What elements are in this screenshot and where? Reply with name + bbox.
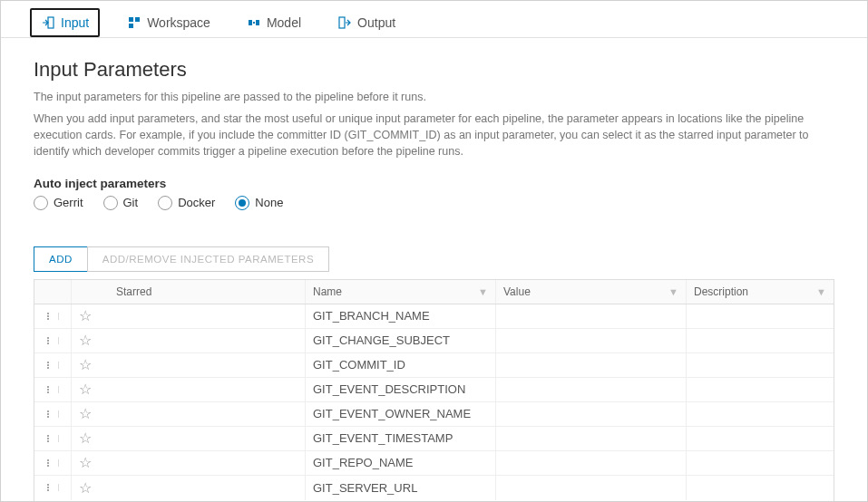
header-starred: Starred <box>116 285 151 298</box>
kebab-icon[interactable] <box>47 410 59 418</box>
svg-rect-5 <box>256 20 259 25</box>
auto-inject-label: Auto inject parameters <box>34 177 834 190</box>
row-menu[interactable] <box>34 304 71 328</box>
star-icon[interactable]: ☆ <box>79 381 92 398</box>
table-header: Starred Name ▼ Value ▼ Description ▼ <box>34 280 834 304</box>
radio-circle-icon <box>158 196 172 210</box>
filter-icon[interactable]: ▼ <box>478 286 488 297</box>
kebab-icon[interactable] <box>47 435 59 442</box>
kebab-icon[interactable] <box>47 459 59 467</box>
filter-icon[interactable]: ▼ <box>668 286 678 297</box>
star-icon[interactable]: ☆ <box>79 332 92 349</box>
row-star[interactable]: ☆ <box>71 476 109 500</box>
row-starred <box>109 378 305 401</box>
row-menu[interactable] <box>34 451 71 475</box>
radio-group: GerritGitDockerNone <box>34 196 834 210</box>
row-description <box>686 476 834 500</box>
star-icon[interactable]: ☆ <box>79 430 92 447</box>
kebab-icon[interactable] <box>47 313 59 320</box>
svg-rect-3 <box>129 24 133 28</box>
table-row[interactable]: ☆ GIT_EVENT_DESCRIPTION <box>34 378 834 402</box>
kebab-icon[interactable] <box>47 386 59 393</box>
row-starred <box>109 329 305 352</box>
add-button[interactable]: ADD <box>34 246 87 272</box>
row-star[interactable]: ☆ <box>71 304 109 328</box>
tab-label: Workspace <box>147 15 210 30</box>
table-row[interactable]: ☆ GIT_EVENT_TIMESTAMP <box>34 427 834 451</box>
row-name: GIT_COMMIT_ID <box>305 353 495 377</box>
col-description[interactable]: Description ▼ <box>686 280 834 304</box>
radio-docker[interactable]: Docker <box>158 196 215 210</box>
row-name: GIT_CHANGE_SUBJECT <box>305 329 495 352</box>
star-icon[interactable]: ☆ <box>79 479 92 497</box>
table-row[interactable]: ☆ GIT_COMMIT_ID <box>34 353 834 378</box>
radio-circle-icon <box>103 196 118 210</box>
header-description: Description <box>694 285 748 298</box>
header-name: Name <box>313 285 342 298</box>
row-starred <box>109 353 305 377</box>
filter-icon[interactable]: ▼ <box>816 286 826 297</box>
row-name: GIT_EVENT_DESCRIPTION <box>305 378 495 401</box>
svg-rect-6 <box>253 22 255 24</box>
star-icon[interactable]: ☆ <box>79 307 92 324</box>
row-star[interactable]: ☆ <box>71 353 109 377</box>
content-area: Input Parameters The input parameters fo… <box>1 38 867 502</box>
tab-bar: Input Workspace Model Output <box>1 1 867 38</box>
input-icon <box>41 15 55 30</box>
row-starred <box>109 427 305 450</box>
row-value <box>495 378 686 401</box>
tab-output[interactable]: Output <box>328 10 405 35</box>
page-description-1: The input parameters for this pipeline a… <box>34 89 834 105</box>
row-menu[interactable] <box>34 476 71 500</box>
col-value[interactable]: Value ▼ <box>495 280 686 304</box>
row-menu[interactable] <box>34 378 71 401</box>
radio-gerrit[interactable]: Gerrit <box>34 196 83 210</box>
row-star[interactable]: ☆ <box>71 427 109 450</box>
row-star[interactable]: ☆ <box>71 329 109 352</box>
page-description-2: When you add input parameters, and star … <box>34 111 834 159</box>
svg-rect-0 <box>48 17 54 28</box>
table-row[interactable]: ☆ GIT_CHANGE_SUBJECT <box>34 329 834 353</box>
star-icon[interactable]: ☆ <box>79 356 92 373</box>
kebab-icon[interactable] <box>47 484 59 491</box>
row-name: GIT_EVENT_OWNER_NAME <box>305 402 495 426</box>
row-name: GIT_EVENT_TIMESTAMP <box>305 427 495 450</box>
table-row[interactable]: ☆ GIT_SERVER_URL <box>34 476 834 500</box>
radio-label: Gerrit <box>54 196 83 209</box>
table-row[interactable]: ☆ GIT_REPO_NAME <box>34 451 834 476</box>
col-menu <box>34 280 71 304</box>
row-value <box>495 304 686 328</box>
row-menu[interactable] <box>34 427 71 450</box>
kebab-icon[interactable] <box>47 337 59 344</box>
tab-input[interactable]: Input <box>30 8 100 37</box>
star-icon[interactable]: ☆ <box>79 454 92 471</box>
row-name: GIT_REPO_NAME <box>305 451 495 475</box>
col-star-icon-header <box>71 280 109 304</box>
table-body: ☆ GIT_BRANCH_NAME ☆ GIT_CHANGE_SUBJECT ☆… <box>34 304 834 501</box>
row-description <box>686 427 834 450</box>
svg-rect-7 <box>339 17 345 28</box>
tab-label: Model <box>267 15 301 30</box>
row-description <box>686 304 834 328</box>
tab-workspace[interactable]: Workspace <box>118 10 219 35</box>
row-star[interactable]: ☆ <box>71 402 109 426</box>
row-star[interactable]: ☆ <box>71 378 109 401</box>
tab-model[interactable]: Model <box>238 10 310 35</box>
table-row[interactable]: ☆ GIT_EVENT_OWNER_NAME <box>34 402 834 427</box>
radio-label: None <box>255 196 283 209</box>
radio-circle-icon <box>34 196 48 210</box>
col-starred[interactable]: Starred <box>109 280 305 304</box>
row-description <box>686 329 834 352</box>
table-row[interactable]: ☆ GIT_BRANCH_NAME <box>34 304 834 329</box>
row-star[interactable]: ☆ <box>71 451 109 475</box>
radio-none[interactable]: None <box>235 196 283 210</box>
col-name[interactable]: Name ▼ <box>305 280 495 304</box>
kebab-icon[interactable] <box>47 362 59 369</box>
row-value <box>495 427 686 450</box>
row-menu[interactable] <box>34 353 71 377</box>
radio-git[interactable]: Git <box>103 196 139 210</box>
star-icon[interactable]: ☆ <box>79 405 92 422</box>
button-row: ADD ADD/REMOVE INJECTED PARAMETERS <box>34 246 834 272</box>
row-menu[interactable] <box>34 329 71 352</box>
row-menu[interactable] <box>34 402 71 426</box>
